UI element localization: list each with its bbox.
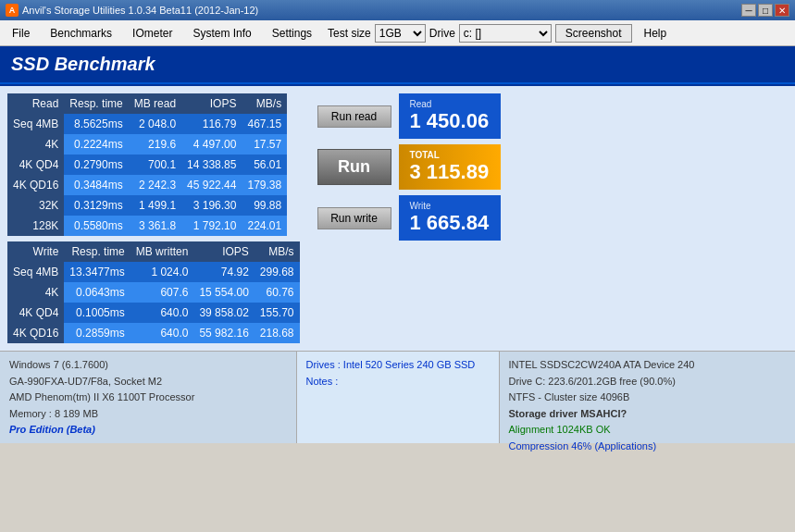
total-value: 3 115.89: [410, 160, 490, 184]
screenshot-button[interactable]: Screenshot: [555, 24, 632, 43]
menu-benchmarks[interactable]: Benchmarks: [42, 24, 120, 43]
table-row: 4K QD16 0.3484ms 2 242.3 45 922.44 179.3…: [7, 175, 287, 195]
table-row: 4K QD4 0.1005ms 640.0 39 858.02 155.70: [7, 303, 300, 323]
read-col-header: Read: [7, 93, 64, 114]
write-4kqd4-mbs: 155.70: [255, 303, 300, 323]
write-col-header: Write: [7, 241, 64, 262]
intel-line6: Compression 46% (Applications): [509, 439, 787, 455]
read-row-128k: 128K: [7, 216, 64, 236]
menu-system-info[interactable]: System Info: [184, 24, 259, 43]
test-size-label: Test size: [328, 27, 371, 40]
status-mb: GA-990FXA-UD7/F8a, Socket M2: [9, 374, 287, 390]
write-table: Write Resp. time MB written IOPS MB/s Se…: [7, 241, 300, 343]
right-panel: Run read Read 1 450.06 Run TOTAL 3 115.8…: [307, 93, 511, 343]
read-128k-resp: 0.5580ms: [64, 216, 128, 236]
read-32k-iops: 3 196.30: [181, 195, 242, 216]
read-4kqd4-resp: 0.2790ms: [64, 155, 128, 175]
iops-write-header: IOPS: [193, 241, 254, 262]
read-result-row: Run read Read 1 450.06: [317, 93, 501, 139]
main-content: Read Resp. time MB read IOPS MB/s Seq 4M…: [0, 86, 795, 351]
iops-read-header: IOPS: [181, 93, 242, 114]
read-128k-mbs: 224.01: [242, 216, 287, 236]
read-row-4kqd16: 4K QD16: [7, 175, 64, 195]
drives-line1: Drives : Intel 520 Series 240 GB SSD: [306, 357, 490, 374]
intel-device: INTEL SSDSC2CW240A ATA Device 240: [509, 357, 787, 374]
write-4kqd4-mb: 640.0: [130, 303, 194, 323]
title-bar: A Anvil's Storage Utilities 1.0.34 Beta1…: [0, 0, 795, 20]
read-128k-mb: 3 361.8: [129, 216, 181, 236]
read-4kqd16-iops: 45 922.44: [181, 175, 242, 195]
write-result-value: 1 665.84: [410, 211, 490, 235]
read-row-4kqd4: 4K QD4: [7, 155, 64, 175]
read-result-label: Read: [410, 99, 490, 109]
read-seq4mb-iops: 116.79: [181, 114, 242, 134]
app-icon: A: [6, 4, 19, 17]
intel-line1: Drive C: 223.6/201.2GB free (90.0%): [509, 374, 787, 390]
read-4k-mb: 219.6: [129, 134, 181, 155]
drive-select[interactable]: c: []: [459, 24, 552, 43]
intel-line2: NTFS - Cluster size 4096B: [509, 390, 787, 406]
restore-button[interactable]: □: [758, 4, 773, 17]
table-row: 4K QD4 0.2790ms 700.1 14 338.85 56.01: [7, 155, 287, 175]
minimize-button[interactable]: ─: [741, 4, 756, 17]
mb-read-header: MB read: [129, 93, 181, 114]
test-size-select[interactable]: 1GB 4GB: [375, 24, 426, 43]
benchmark-title: SSD Benchmark: [11, 54, 155, 74]
result-write: Write 1 665.84: [399, 195, 501, 241]
result-total: TOTAL 3 115.89: [399, 144, 501, 190]
read-4k-mbs: 17.57: [242, 134, 287, 155]
title-bar-controls: ─ □ ✕: [741, 4, 789, 17]
write-seq4mb-resp: 13.3477ms: [64, 262, 130, 282]
write-result-label: Write: [410, 201, 490, 211]
window-title: Anvil's Storage Utilities 1.0.34 Beta11 …: [22, 5, 258, 16]
status-intel: INTEL SSDSC2CW240A ATA Device 240 Drive …: [500, 352, 796, 443]
read-4kqd4-mbs: 56.01: [242, 155, 287, 175]
write-row-4kqd16: 4K QD16: [7, 323, 64, 343]
read-seq4mb-mbs: 467.15: [242, 114, 287, 134]
write-4kqd4-resp: 0.1005ms: [64, 303, 130, 323]
read-4k-iops: 4 497.00: [181, 134, 242, 155]
menu-file[interactable]: File: [4, 24, 38, 43]
intel-line3: Storage driver MSAHCI?: [509, 406, 787, 423]
read-32k-mbs: 99.88: [242, 195, 287, 216]
table-row: 128K 0.5580ms 3 361.8 1 792.10 224.01: [7, 216, 287, 236]
menu-bar: File Benchmarks IOmeter System Info Sett…: [0, 20, 795, 46]
read-row-32k: 32K: [7, 195, 64, 216]
mbs-read-header: MB/s: [242, 93, 287, 114]
write-row-4k: 4K: [7, 282, 64, 303]
intel-line5: Alignment 1024KB OK: [509, 422, 787, 439]
drive-label: Drive: [429, 27, 455, 40]
read-32k-mb: 1 499.1: [129, 195, 181, 216]
read-4kqd16-resp: 0.3484ms: [64, 175, 128, 195]
title-bar-left: A Anvil's Storage Utilities 1.0.34 Beta1…: [6, 4, 258, 17]
table-row: 4K 0.2224ms 219.6 4 497.00 17.57: [7, 134, 287, 155]
run-write-button[interactable]: Run write: [317, 207, 391, 229]
read-seq4mb-resp: 8.5625ms: [64, 114, 128, 134]
write-row-4kqd4: 4K QD4: [7, 303, 64, 323]
read-128k-iops: 1 792.10: [181, 216, 242, 236]
write-4k-mbs: 60.76: [255, 282, 300, 303]
read-4kqd4-mb: 700.1: [129, 155, 181, 175]
read-32k-resp: 0.3129ms: [64, 195, 128, 216]
resp-time-write-header: Resp. time: [64, 241, 130, 262]
run-read-button[interactable]: Run read: [317, 105, 391, 128]
menu-help[interactable]: Help: [636, 24, 676, 43]
total-label: TOTAL: [410, 150, 490, 160]
write-4kqd16-iops: 55 982.16: [193, 323, 254, 343]
read-result-value: 1 450.06: [410, 109, 490, 133]
table-row: 4K 0.0643ms 607.6 15 554.00 60.76: [7, 282, 300, 303]
drives-line2: Notes :: [306, 374, 490, 390]
read-4kqd4-iops: 14 338.85: [181, 155, 242, 175]
table-row: Seq 4MB 8.5625ms 2 048.0 116.79 467.15: [7, 114, 287, 134]
benchmark-header: SSD Benchmark: [0, 46, 795, 84]
menu-iometer[interactable]: IOmeter: [124, 24, 180, 43]
close-button[interactable]: ✕: [775, 4, 789, 17]
mbs-write-header: MB/s: [255, 241, 300, 262]
menu-settings[interactable]: Settings: [264, 24, 320, 43]
write-seq4mb-mb: 1 024.0: [130, 262, 194, 282]
run-button[interactable]: Run: [317, 149, 391, 185]
table-row: Seq 4MB 13.3477ms 1 024.0 74.92 299.68: [7, 262, 300, 282]
read-table: Read Resp. time MB read IOPS MB/s Seq 4M…: [7, 93, 287, 236]
read-row-4k: 4K: [7, 134, 64, 155]
read-4kqd16-mb: 2 242.3: [129, 175, 181, 195]
